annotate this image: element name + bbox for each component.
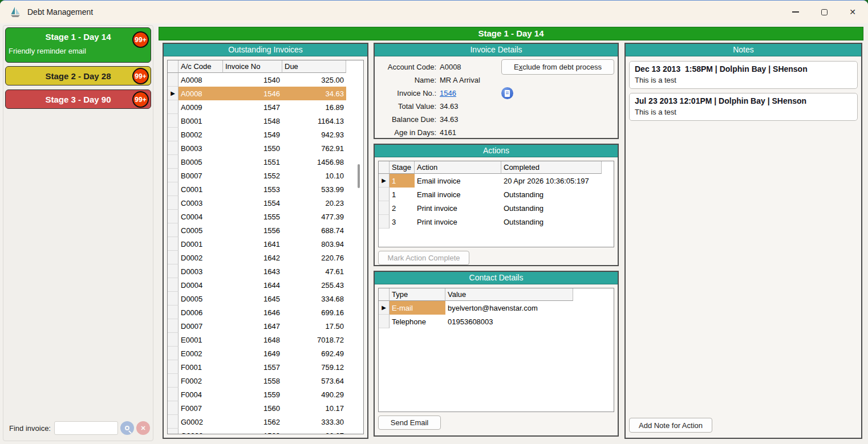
column-header[interactable]: Completed <box>501 161 602 174</box>
row-selector-cell[interactable] <box>168 429 179 434</box>
table-cell[interactable]: D0001 <box>179 237 223 251</box>
table-cell[interactable]: 803.94 <box>282 237 346 251</box>
table-row[interactable]: B000115481164.13 <box>168 114 363 128</box>
find-invoice-input[interactable] <box>54 421 118 435</box>
table-cell[interactable]: Print invoice <box>415 215 501 229</box>
column-header[interactable]: Invoice No <box>223 60 282 73</box>
row-selector-cell[interactable] <box>168 182 179 196</box>
table-cell[interactable]: 1646 <box>223 305 282 319</box>
table-cell[interactable]: Telephone <box>390 315 445 328</box>
table-row[interactable]: D00051645334.68 <box>168 292 363 305</box>
table-row[interactable]: B00031550762.91 <box>168 141 363 155</box>
row-selector-cell[interactable]: ▶ <box>379 174 390 188</box>
table-cell[interactable]: 1549 <box>223 128 282 141</box>
table-cell[interactable]: 1164.13 <box>282 114 346 128</box>
table-cell[interactable]: A0008 <box>179 87 223 100</box>
table-cell[interactable]: C0005 <box>179 223 223 237</box>
table-cell[interactable]: D0003 <box>179 264 223 278</box>
table-row[interactable]: E00021649692.49 <box>168 347 363 360</box>
table-row[interactable]: ▶1Email invoice20 Apr 2026 10:36:05:197 <box>379 174 614 188</box>
table-cell[interactable]: 1 <box>390 188 415 201</box>
table-cell[interactable]: Outstanding <box>501 215 602 229</box>
table-cell[interactable]: 1558 <box>223 374 282 388</box>
invoice-list-scrollbar-thumb[interactable] <box>358 164 360 188</box>
table-row[interactable]: G00021562333.30 <box>168 415 363 429</box>
row-selector-cell[interactable] <box>168 73 179 87</box>
table-cell[interactable]: 762.91 <box>282 141 346 155</box>
row-selector-cell[interactable] <box>168 264 179 278</box>
table-cell[interactable]: 10.10 <box>282 169 346 182</box>
table-cell[interactable]: Print invoice <box>415 201 501 215</box>
table-row[interactable]: F0007156010.17 <box>168 401 363 415</box>
table-cell[interactable]: 1 <box>390 174 415 188</box>
row-selector-cell[interactable] <box>168 114 179 128</box>
table-cell[interactable]: Outstanding <box>501 201 602 215</box>
table-cell[interactable]: E-mail <box>390 301 445 315</box>
table-cell[interactable]: 34.63 <box>282 87 346 100</box>
table-cell[interactable]: 3 <box>390 215 415 229</box>
table-cell[interactable]: 1553 <box>223 182 282 196</box>
table-cell[interactable]: 26.67 <box>282 429 346 434</box>
table-row[interactable]: D00021642220.76 <box>168 251 363 264</box>
table-cell[interactable]: 692.49 <box>282 347 346 360</box>
row-selector-cell[interactable] <box>168 401 179 415</box>
row-selector-cell[interactable] <box>168 333 179 347</box>
row-selector-cell[interactable] <box>168 278 179 292</box>
stage-3-button[interactable]: Stage 3 - Day 90 99+ <box>5 89 151 109</box>
row-selector-cell[interactable] <box>168 292 179 305</box>
table-cell[interactable]: 10.17 <box>282 401 346 415</box>
table-cell[interactable]: 20.23 <box>282 196 346 210</box>
table-cell[interactable]: F0001 <box>179 360 223 374</box>
table-cell[interactable]: Email invoice <box>415 174 501 188</box>
row-selector-cell[interactable] <box>168 360 179 374</box>
table-cell[interactable]: 942.93 <box>282 128 346 141</box>
row-selector-cell[interactable] <box>168 155 179 169</box>
row-selector-cell[interactable] <box>168 374 179 388</box>
row-selector-cell[interactable] <box>168 347 179 360</box>
table-row[interactable]: C00011553533.99 <box>168 182 363 196</box>
row-selector-cell[interactable] <box>168 223 179 237</box>
table-cell[interactable]: 1648 <box>223 333 282 347</box>
table-cell[interactable]: 1647 <box>223 319 282 333</box>
table-cell[interactable]: 1548 <box>223 114 282 128</box>
table-cell[interactable]: D0002 <box>179 251 223 264</box>
row-selector-cell[interactable] <box>168 237 179 251</box>
mark-action-complete-button[interactable]: Mark Action Complete <box>378 251 469 265</box>
table-row[interactable]: D0007164717.50 <box>168 319 363 333</box>
table-row[interactable]: C00051556688.74 <box>168 223 363 237</box>
table-cell[interactable]: D0006 <box>179 305 223 319</box>
row-selector-cell[interactable] <box>379 315 390 328</box>
table-row[interactable]: D00041644255.43 <box>168 278 363 292</box>
table-cell[interactable]: D0005 <box>179 292 223 305</box>
row-selector-cell[interactable] <box>168 305 179 319</box>
row-selector-cell[interactable] <box>168 141 179 155</box>
table-cell[interactable]: D0004 <box>179 278 223 292</box>
table-row[interactable]: B0007155210.10 <box>168 169 363 182</box>
row-selector-cell[interactable]: ▶ <box>168 87 179 100</box>
column-header[interactable]: Action <box>415 161 501 174</box>
table-cell[interactable]: 1559 <box>223 388 282 401</box>
row-selector-cell[interactable] <box>168 196 179 210</box>
invoice-report-icon[interactable] <box>501 87 513 99</box>
table-row[interactable]: C0003155420.23 <box>168 196 363 210</box>
table-cell[interactable]: F0004 <box>179 388 223 401</box>
table-row[interactable]: F00021558573.64 <box>168 374 363 388</box>
table-row[interactable]: F00011557759.12 <box>168 360 363 374</box>
minimize-button[interactable] <box>781 1 810 23</box>
table-cell[interactable]: C0003 <box>179 196 223 210</box>
send-email-button[interactable]: Send Email <box>378 416 441 430</box>
row-selector-cell[interactable] <box>168 388 179 401</box>
stage-2-button[interactable]: Stage 2 - Day 28 99+ <box>5 66 151 85</box>
table-cell[interactable]: B0007 <box>179 169 223 182</box>
table-row[interactable]: 1Email invoiceOutstanding <box>379 188 614 201</box>
row-selector-cell[interactable] <box>168 169 179 182</box>
table-cell[interactable]: Email invoice <box>415 188 501 201</box>
table-row[interactable]: A00081540325.00 <box>168 73 363 87</box>
table-cell[interactable]: 1642 <box>223 251 282 264</box>
table-cell[interactable]: 1456.98 <box>282 155 346 169</box>
table-cell[interactable]: 688.74 <box>282 223 346 237</box>
column-header[interactable]: Due <box>282 60 346 73</box>
table-cell[interactable]: 1557 <box>223 360 282 374</box>
invoice-number-link[interactable]: 1546 <box>440 89 456 97</box>
table-row[interactable]: ▶E-mailbyelverton@havenstar.com <box>379 301 614 315</box>
